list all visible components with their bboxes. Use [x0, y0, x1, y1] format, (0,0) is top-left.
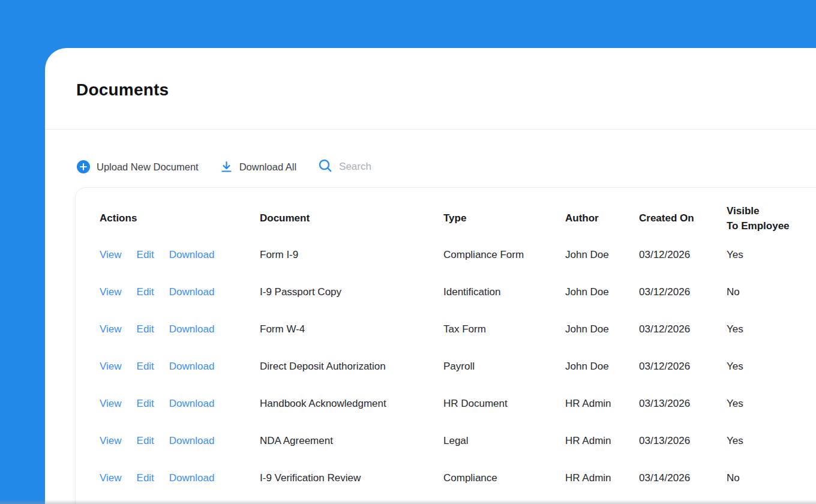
table-header-row: Actions Document Type Author Created On …: [100, 188, 816, 233]
author-cell: John Doe: [565, 286, 639, 298]
type-cell: Tax Form: [443, 323, 565, 335]
document-cell: I-9 Verification Review: [260, 472, 443, 484]
author-cell: John Doe: [565, 249, 639, 261]
document-cell: I-9 Passport Copy: [260, 286, 443, 298]
created-on-cell: 03/12/2026: [639, 323, 727, 335]
actions-cell: View Edit Download: [100, 435, 260, 447]
document-cell: Direct Deposit Authorization: [260, 361, 443, 373]
table-row: View Edit Download Handbook Acknowledgme…: [100, 385, 816, 422]
type-cell: Compliance Form: [443, 249, 565, 261]
view-link[interactable]: View: [100, 472, 122, 484]
column-header-visible-to-employee: Visible To Employee: [727, 204, 816, 233]
edit-link[interactable]: Edit: [137, 435, 154, 447]
table-row: View Edit Download Form I-9 Compliance F…: [100, 236, 816, 274]
author-cell: HR Admin: [565, 435, 639, 447]
table-row: View Edit Download Direct Deposit Author…: [100, 348, 816, 385]
edit-link[interactable]: Edit: [137, 323, 154, 335]
created-on-cell: 03/12/2026: [639, 286, 727, 298]
upload-new-document-label: Upload New Document: [97, 161, 199, 173]
download-link[interactable]: Download: [169, 472, 215, 484]
visible-cell: Yes: [727, 361, 816, 373]
column-header-type: Type: [443, 211, 565, 226]
created-on-cell: 03/12/2026: [639, 249, 727, 261]
actions-cell: View Edit Download: [100, 249, 260, 261]
view-link[interactable]: View: [100, 361, 122, 373]
author-cell: John Doe: [565, 323, 639, 335]
document-cell: Handbook Acknowledgment: [260, 398, 443, 410]
visible-cell: Yes: [727, 323, 816, 335]
table-row: View Edit Download I-9 Verification Revi…: [100, 460, 816, 497]
document-cell: Form W-4: [260, 323, 443, 335]
content-panel: Documents Upload New Document Download A…: [45, 48, 816, 504]
created-on-cell: 03/13/2026: [639, 435, 727, 447]
visible-cell: Yes: [727, 249, 816, 261]
upload-new-document-button[interactable]: Upload New Document: [77, 160, 199, 173]
author-cell: John Doe: [565, 361, 639, 373]
type-cell: Payroll: [443, 361, 565, 373]
actions-cell: View Edit Download: [100, 472, 260, 484]
download-link[interactable]: Download: [169, 361, 215, 373]
actions-cell: View Edit Download: [100, 286, 260, 298]
download-link[interactable]: Download: [169, 398, 215, 410]
type-cell: Identification: [443, 286, 565, 298]
column-header-document: Document: [260, 211, 443, 226]
download-link[interactable]: Download: [169, 323, 215, 335]
visible-cell: Yes: [727, 435, 816, 447]
created-on-cell: 03/13/2026: [639, 398, 727, 410]
table-row: View Edit Download NDA Agreement Legal H…: [100, 422, 816, 460]
author-cell: HR Admin: [565, 398, 639, 410]
edit-link[interactable]: Edit: [137, 286, 154, 298]
view-link[interactable]: View: [100, 286, 122, 298]
table-body: View Edit Download Form I-9 Compliance F…: [100, 236, 816, 497]
created-on-cell: 03/12/2026: [639, 361, 727, 373]
download-all-button[interactable]: Download All: [220, 160, 296, 173]
download-all-label: Download All: [239, 161, 296, 173]
actions-cell: View Edit Download: [100, 323, 260, 335]
download-link[interactable]: Download: [169, 249, 215, 261]
type-cell: HR Document: [443, 398, 565, 410]
type-cell: Legal: [443, 435, 565, 447]
download-link[interactable]: Download: [169, 286, 215, 298]
author-cell: HR Admin: [565, 472, 639, 484]
visible-cell: Yes: [727, 398, 816, 410]
view-link[interactable]: View: [100, 323, 122, 335]
created-on-cell: 03/14/2026: [639, 472, 727, 484]
column-header-author: Author: [565, 211, 639, 226]
visible-cell: No: [727, 286, 816, 298]
download-link[interactable]: Download: [169, 435, 215, 447]
edit-link[interactable]: Edit: [137, 249, 154, 261]
search-input[interactable]: [339, 161, 417, 173]
documents-table: Actions Document Type Author Created On …: [75, 187, 816, 504]
header-divider: [45, 129, 816, 130]
column-header-actions: Actions: [100, 211, 260, 226]
actions-cell: View Edit Download: [100, 398, 260, 410]
toolbar: Upload New Document Download All: [77, 155, 417, 179]
view-link[interactable]: View: [100, 249, 122, 261]
view-link[interactable]: View: [100, 435, 122, 447]
column-header-created-on: Created On: [639, 211, 727, 226]
type-cell: Compliance: [443, 472, 565, 484]
document-cell: NDA Agreement: [260, 435, 443, 447]
table-row: View Edit Download Form W-4 Tax Form Joh…: [100, 311, 816, 348]
edit-link[interactable]: Edit: [137, 472, 154, 484]
page-title: Documents: [76, 80, 169, 100]
document-cell: Form I-9: [260, 249, 443, 261]
plus-circle-icon: [77, 160, 90, 173]
search-group: [318, 158, 417, 176]
table-row: View Edit Download I-9 Passport Copy Ide…: [100, 274, 816, 311]
edit-link[interactable]: Edit: [137, 398, 154, 410]
download-icon: [220, 160, 233, 173]
visible-cell: No: [727, 472, 816, 484]
view-link[interactable]: View: [100, 398, 122, 410]
search-icon: [318, 158, 333, 176]
edit-link[interactable]: Edit: [137, 361, 154, 373]
actions-cell: View Edit Download: [100, 361, 260, 373]
